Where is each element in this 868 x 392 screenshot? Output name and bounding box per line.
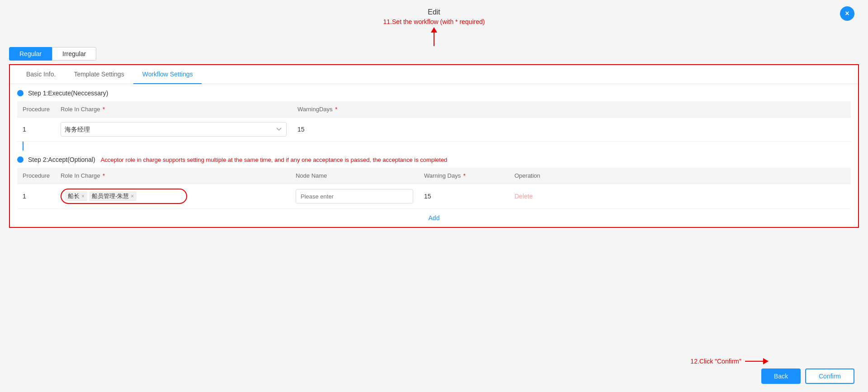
tab-regular[interactable]: Regular bbox=[9, 47, 52, 61]
table-row: 1 船长 × 船员管理-朱慧 × bbox=[17, 184, 851, 209]
page-title: Edit bbox=[428, 8, 440, 16]
step-connector bbox=[23, 142, 24, 151]
delete-button[interactable]: Delete bbox=[514, 193, 533, 200]
step2-table: Procedure Role In Charge * Node Name War… bbox=[17, 168, 851, 209]
arrow-right bbox=[745, 358, 769, 364]
tab-template-settings[interactable]: Template Settings bbox=[65, 65, 133, 84]
col-header-procedure-1: Procedure bbox=[17, 101, 55, 118]
step2-section: Step 2:Accept(Optional) Acceptor role in… bbox=[10, 151, 858, 227]
role-tags-cell: 船长 × 船员管理-朱慧 × bbox=[55, 184, 290, 209]
confirm-button[interactable]: Confirm bbox=[805, 368, 854, 384]
main-content-box: Basic Info. Template Settings Workflow S… bbox=[9, 64, 859, 228]
step2-annotation: Acceptor role in charge supports setting… bbox=[101, 156, 448, 163]
col-header-warning-2: Warning Days * bbox=[419, 168, 509, 184]
warning-days-input-2[interactable] bbox=[424, 189, 460, 203]
outer-tabs: Regular Irregular bbox=[0, 47, 868, 61]
tab-irregular[interactable]: Irregular bbox=[52, 47, 96, 61]
procedure-cell-1: 1 bbox=[17, 118, 55, 142]
procedure-cell-2: 1 bbox=[17, 184, 55, 209]
tag-close-captain[interactable]: × bbox=[81, 193, 85, 199]
warning-days-input-1[interactable] bbox=[297, 122, 334, 137]
col-header-warning-1: WarningDays * bbox=[292, 101, 851, 118]
node-name-cell bbox=[290, 184, 419, 209]
col-header-procedure-2: Procedure bbox=[17, 168, 55, 184]
role-select-1[interactable]: 海务经理 bbox=[61, 122, 287, 137]
page-header: Edit × bbox=[0, 0, 868, 18]
bottom-annotation: 12.Click "Confirm" bbox=[690, 358, 769, 365]
col-header-role-1: Role In Charge * bbox=[55, 101, 292, 118]
col-header-operation: Operation bbox=[509, 168, 851, 184]
step1-header: Step 1:Execute(Neccessary) bbox=[17, 90, 851, 97]
tab-basic-info[interactable]: Basic Info. bbox=[17, 65, 65, 84]
annotation-step11: 11.Set the workflow (with * required) bbox=[0, 18, 868, 45]
tag-manager: 船员管理-朱慧 × bbox=[89, 191, 137, 201]
warning-days-cell-2 bbox=[419, 184, 509, 209]
back-button[interactable]: Back bbox=[761, 368, 801, 384]
tag-captain: 船长 × bbox=[65, 191, 87, 201]
step2-header: Step 2:Accept(Optional) Acceptor role in… bbox=[17, 156, 851, 163]
role-tag-input[interactable]: 船长 × 船员管理-朱慧 × bbox=[61, 189, 187, 204]
inner-tabs: Basic Info. Template Settings Workflow S… bbox=[10, 65, 858, 84]
table-row: 1 海务经理 bbox=[17, 118, 851, 142]
step2-dot bbox=[17, 156, 24, 163]
step1-section: Step 1:Execute(Neccessary) Procedure Rol… bbox=[10, 84, 858, 142]
arrow-up-indicator bbox=[0, 27, 868, 46]
add-row-button[interactable]: Add bbox=[17, 209, 851, 227]
step1-dot bbox=[17, 90, 24, 96]
step2-title: Step 2:Accept(Optional) bbox=[28, 156, 95, 163]
operation-cell: Delete bbox=[509, 184, 851, 209]
role-cell-1: 海务经理 bbox=[55, 118, 292, 142]
col-header-role-2: Role In Charge * bbox=[55, 168, 290, 184]
warning-cell-1 bbox=[292, 118, 851, 142]
col-header-node: Node Name bbox=[290, 168, 419, 184]
node-name-input[interactable] bbox=[296, 189, 413, 203]
tab-workflow-settings[interactable]: Workflow Settings bbox=[133, 65, 202, 84]
tag-close-manager[interactable]: × bbox=[131, 193, 134, 199]
footer-buttons: Back Confirm bbox=[761, 368, 854, 384]
step1-title: Step 1:Execute(Neccessary) bbox=[28, 90, 108, 97]
step1-table: Procedure Role In Charge * WarningDays *… bbox=[17, 101, 851, 142]
